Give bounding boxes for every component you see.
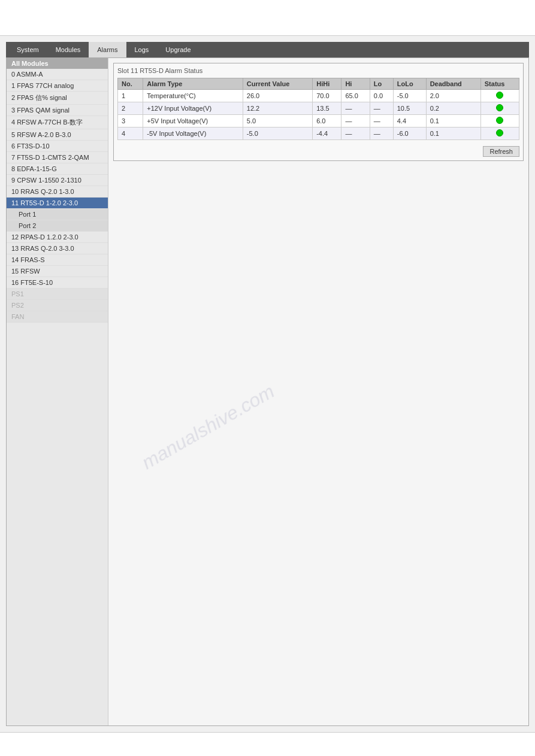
table-cell-2: 26.0 xyxy=(243,90,312,102)
content-area: All Modules 0 ASMM-A 1 FPAS 77CH analog … xyxy=(6,57,529,726)
sidebar-item-port1[interactable]: Port 1 xyxy=(7,209,108,220)
table-cell-3: 13.5 xyxy=(313,102,341,115)
table-cell-5: — xyxy=(370,115,393,127)
table-cell-0: 4 xyxy=(118,127,143,140)
sidebar-item-rras-q-2[interactable]: 13 RRAS Q-2.0 3-3.0 xyxy=(7,243,108,254)
col-no: No. xyxy=(118,78,143,90)
nav-tabs: System Modules Alarms Logs Upgrade xyxy=(6,42,529,57)
status-dot xyxy=(496,117,503,124)
main-content: System Modules Alarms Logs Upgrade All M… xyxy=(0,36,535,732)
table-header-row: No. Alarm Type Current Value HiHi Hi Lo … xyxy=(118,78,519,90)
table-cell-5: 0.0 xyxy=(370,90,393,102)
table-cell-3: 70.0 xyxy=(313,90,341,102)
tab-system[interactable]: System xyxy=(8,42,47,57)
refresh-container: Refresh xyxy=(117,142,519,157)
sidebar-item-fras-s[interactable]: 14 FRAS-S xyxy=(7,254,108,266)
sidebar-item-rras-q-1[interactable]: 10 RRAS Q-2.0 1-3.0 xyxy=(7,186,108,198)
status-dot xyxy=(496,129,503,136)
top-bar xyxy=(0,0,535,36)
table-cell-3: -4.4 xyxy=(313,127,341,140)
status-dot xyxy=(496,104,503,111)
table-cell-1: -5V Input Voltage(V) xyxy=(143,127,243,140)
table-cell-0: 2 xyxy=(118,102,143,115)
sidebar-item-ps1[interactable]: PS1 xyxy=(7,289,108,300)
table-cell-1: +12V Input Voltage(V) xyxy=(143,102,243,115)
alarm-section-title: Slot 11 RT5S-D Alarm Status xyxy=(117,67,519,74)
table-cell-4: — xyxy=(341,102,370,115)
sidebar-item-ft3s-d-10[interactable]: 6 FT3S-D-10 xyxy=(7,141,108,152)
tab-logs[interactable]: Logs xyxy=(126,42,158,57)
table-cell-4: — xyxy=(341,127,370,140)
table-cell-status xyxy=(480,102,519,115)
table-cell-7: 2.0 xyxy=(426,90,480,102)
table-cell-6: -6.0 xyxy=(393,127,426,140)
table-cell-6: -5.0 xyxy=(393,90,426,102)
col-lolo: LoLo xyxy=(393,78,426,90)
col-hi: Hi xyxy=(341,78,370,90)
status-dot xyxy=(496,92,503,99)
sidebar-item-ft5e-s-10[interactable]: 16 FT5E-S-10 xyxy=(7,277,108,289)
col-status: Status xyxy=(480,78,519,90)
col-hihi: HiHi xyxy=(313,78,341,90)
table-cell-1: Temperature(°C) xyxy=(143,90,243,102)
table-cell-4: — xyxy=(341,115,370,127)
table-cell-2: 5.0 xyxy=(243,115,312,127)
sidebar-item-rpas-d-1[interactable]: 12 RPAS-D 1.2.0 2-3.0 xyxy=(7,232,108,243)
tab-modules[interactable]: Modules xyxy=(47,42,89,57)
bottom-bar xyxy=(0,732,535,756)
table-cell-3: 6.0 xyxy=(313,115,341,127)
table-cell-7: 0.2 xyxy=(426,102,480,115)
table-cell-2: 12.2 xyxy=(243,102,312,115)
sidebar-item-asmm-a[interactable]: 0 ASMM-A xyxy=(7,69,108,80)
sidebar-item-rt5s-d-1[interactable]: 11 RT5S-D 1-2.0 2-3.0 xyxy=(7,198,108,209)
table-cell-2: -5.0 xyxy=(243,127,312,140)
page-wrapper: System Modules Alarms Logs Upgrade All M… xyxy=(0,0,535,756)
table-row: 1Temperature(°C)26.070.065.00.0-5.02.0 xyxy=(118,90,519,102)
table-cell-status xyxy=(480,115,519,127)
table-cell-7: 0.1 xyxy=(426,127,480,140)
sidebar-item-port2[interactable]: Port 2 xyxy=(7,220,108,232)
right-panel: Slot 11 RT5S-D Alarm Status No. Alarm Ty… xyxy=(108,58,528,725)
alarm-section: Slot 11 RT5S-D Alarm Status No. Alarm Ty… xyxy=(113,63,524,161)
sidebar-item-cpsw[interactable]: 9 CPSW 1-1550 2-1310 xyxy=(7,175,108,186)
sidebar-item-rfsw[interactable]: 15 RFSW xyxy=(7,266,108,277)
table-cell-status xyxy=(480,127,519,140)
col-lo: Lo xyxy=(370,78,393,90)
sidebar-item-rfsw-a-2[interactable]: 5 RFSW A-2.0 B-3.0 xyxy=(7,129,108,141)
table-cell-0: 3 xyxy=(118,115,143,127)
table-cell-4: 65.0 xyxy=(341,90,370,102)
table-cell-status xyxy=(480,90,519,102)
sidebar-item-ft5s-d-1[interactable]: 7 FT5S-D 1-CMTS 2-QAM xyxy=(7,152,108,163)
sidebar-item-fpas-qam[interactable]: 3 FPAS QAM signal xyxy=(7,105,108,116)
col-alarm-type: Alarm Type xyxy=(143,78,243,90)
tab-upgrade[interactable]: Upgrade xyxy=(157,42,199,57)
table-cell-1: +5V Input Voltage(V) xyxy=(143,115,243,127)
table-cell-5: — xyxy=(370,127,393,140)
table-cell-5: — xyxy=(370,102,393,115)
sidebar-item-rfsw-a-77ch[interactable]: 4 RFSW A-77CH B-数字 xyxy=(7,116,108,129)
table-cell-6: 10.5 xyxy=(393,102,426,115)
sidebar-item-fan[interactable]: FAN xyxy=(7,311,108,323)
table-row: 4-5V Input Voltage(V)-5.0-4.4——-6.00.1 xyxy=(118,127,519,140)
col-current-value: Current Value xyxy=(243,78,312,90)
sidebar-item-fpas-77ch-analog[interactable]: 1 FPAS 77CH analog xyxy=(7,80,108,92)
table-cell-0: 1 xyxy=(118,90,143,102)
refresh-button[interactable]: Refresh xyxy=(483,146,519,157)
table-cell-7: 0.1 xyxy=(426,115,480,127)
sidebar: All Modules 0 ASMM-A 1 FPAS 77CH analog … xyxy=(7,58,108,725)
sidebar-item-edfa-1-15-g[interactable]: 8 EDFA-1-15-G xyxy=(7,163,108,175)
alarm-table: No. Alarm Type Current Value HiHi Hi Lo … xyxy=(117,78,519,140)
table-cell-6: 4.4 xyxy=(393,115,426,127)
tab-alarms[interactable]: Alarms xyxy=(89,42,126,57)
col-deadband: Deadband xyxy=(426,78,480,90)
sidebar-item-ps2[interactable]: PS2 xyxy=(7,300,108,311)
table-row: 3+5V Input Voltage(V)5.06.0——4.40.1 xyxy=(118,115,519,127)
table-row: 2+12V Input Voltage(V)12.213.5——10.50.2 xyxy=(118,102,519,115)
sidebar-header: All Modules xyxy=(7,58,108,69)
sidebar-item-fpas-signal[interactable]: 2 FPAS 信% signal xyxy=(7,92,108,105)
